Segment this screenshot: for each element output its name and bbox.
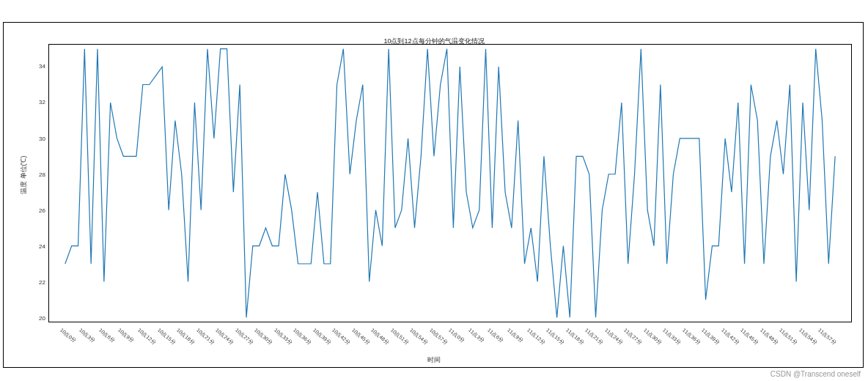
- y-tick-label: 34: [39, 63, 45, 70]
- y-tick-label: 22: [39, 279, 45, 286]
- y-tick-label: 24: [39, 243, 45, 250]
- y-tick-label: 32: [39, 99, 45, 106]
- y-tick-label: 20: [39, 315, 45, 322]
- line-chart: [49, 45, 851, 322]
- y-tick-label: 28: [39, 171, 45, 177]
- line-series: [65, 49, 835, 318]
- y-axis-label: 温度 单位(℃): [19, 156, 29, 195]
- watermark: CSDN @Transcend oneself: [770, 370, 861, 378]
- x-axis-label: 时间: [427, 355, 441, 365]
- plot-area: [48, 44, 852, 322]
- y-tick-label: 26: [39, 207, 45, 213]
- y-tick-label: 30: [39, 135, 45, 141]
